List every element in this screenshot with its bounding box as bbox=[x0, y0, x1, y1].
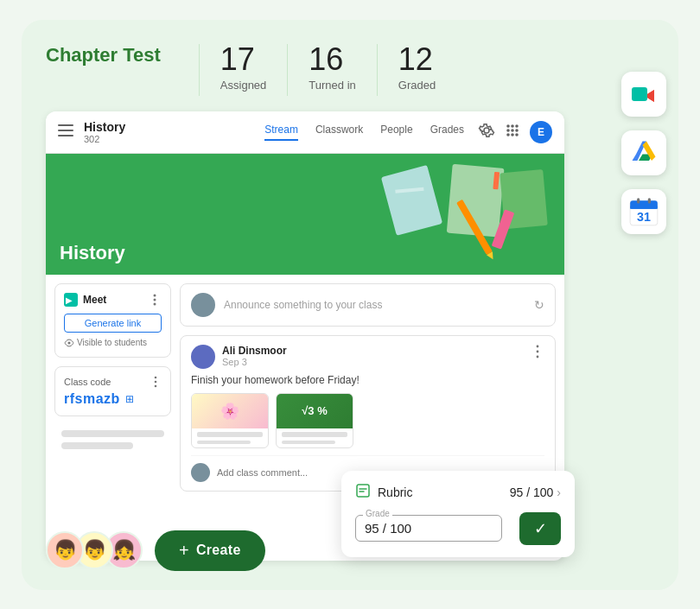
divider-3 bbox=[377, 44, 378, 96]
svg-point-19 bbox=[155, 380, 157, 383]
rubric-label: Rubric bbox=[378, 485, 412, 499]
bottom-row: 👦 👦 👧 + Create bbox=[46, 530, 265, 571]
tab-stream[interactable]: Stream bbox=[264, 124, 298, 141]
grid-icon[interactable] bbox=[504, 122, 521, 143]
class-code-value: rfsmazb bbox=[64, 391, 120, 407]
grade-field-label: Grade bbox=[363, 509, 392, 518]
svg-rect-29 bbox=[637, 198, 640, 203]
svg-rect-31 bbox=[357, 485, 369, 497]
refresh-icon[interactable]: ↻ bbox=[534, 298, 544, 312]
loading-bar-2 bbox=[61, 442, 133, 449]
attachment-bar-4 bbox=[282, 441, 335, 444]
turned-in-label: Turned in bbox=[309, 79, 355, 92]
svg-point-7 bbox=[511, 129, 514, 132]
chevron-right-icon[interactable]: › bbox=[557, 485, 561, 499]
expand-icon[interactable]: ⊞ bbox=[125, 393, 134, 405]
code-label: Class code bbox=[64, 377, 111, 387]
svg-rect-1 bbox=[58, 130, 73, 131]
code-more-icon[interactable] bbox=[150, 376, 162, 388]
post-card: Ali Dinsmoor Sep 3 Finish your homework … bbox=[180, 335, 556, 492]
google-drive-app-icon[interactable] bbox=[621, 130, 666, 175]
grade-field: Grade 95 / 100 bbox=[355, 515, 502, 542]
top-stats: Chapter Test 17 Assigned 16 Turned in 12… bbox=[46, 44, 661, 96]
svg-rect-27 bbox=[630, 206, 658, 208]
svg-text:31: 31 bbox=[637, 210, 651, 224]
assigned-label: Assigned bbox=[220, 79, 266, 92]
svg-point-17 bbox=[68, 341, 71, 344]
post-author: Ali Dinsmoor bbox=[222, 345, 531, 357]
meet-card: ▶ Meet Generate link bbox=[54, 283, 171, 358]
class-name-block: History 302 bbox=[84, 120, 264, 144]
book-1 bbox=[381, 164, 442, 235]
meet-header: ▶ Meet bbox=[64, 293, 162, 307]
hamburger-icon[interactable] bbox=[58, 124, 73, 140]
generate-link-button[interactable]: Generate link bbox=[64, 314, 162, 333]
svg-rect-30 bbox=[648, 198, 651, 203]
post-date: Sep 3 bbox=[222, 357, 531, 367]
attachment-1[interactable]: 🌸 bbox=[191, 393, 269, 448]
post-avatar bbox=[191, 345, 215, 369]
nav-tabs: Stream Classwork People Grades bbox=[264, 124, 464, 141]
rubric-icon bbox=[355, 483, 371, 502]
google-meet-app-icon[interactable] bbox=[621, 72, 666, 117]
announce-box[interactable]: Announce something to your class ↻ bbox=[180, 283, 556, 327]
meet-label: Meet bbox=[83, 294, 106, 306]
eye-icon bbox=[64, 338, 74, 348]
left-sidebar: ▶ Meet Generate link bbox=[54, 283, 171, 556]
post-header: Ali Dinsmoor Sep 3 bbox=[191, 345, 544, 369]
divider-2 bbox=[287, 44, 288, 96]
tab-people[interactable]: People bbox=[380, 124, 412, 141]
post-attachments: 🌸 √3 % bbox=[191, 393, 544, 448]
svg-rect-24 bbox=[632, 87, 647, 101]
svg-point-23 bbox=[537, 355, 539, 358]
post-more-icon[interactable] bbox=[531, 345, 544, 358]
loading-bars bbox=[54, 423, 171, 461]
svg-text:▶: ▶ bbox=[66, 295, 73, 305]
meet-more-icon[interactable] bbox=[148, 293, 162, 307]
user-avatar[interactable]: E bbox=[530, 121, 552, 143]
divider-1 bbox=[199, 44, 200, 96]
create-label: Create bbox=[196, 542, 241, 558]
stat-title: Chapter Test bbox=[46, 44, 178, 67]
attachment-thumb-flowers: 🌸 bbox=[192, 394, 268, 428]
class-name: History bbox=[84, 120, 264, 134]
google-calendar-app-icon[interactable]: 31 bbox=[621, 189, 666, 234]
assigned-count: 17 bbox=[220, 44, 255, 75]
announce-avatar bbox=[191, 293, 215, 317]
loading-bar-1 bbox=[61, 430, 164, 437]
gear-icon[interactable] bbox=[478, 122, 495, 143]
svg-point-21 bbox=[537, 345, 539, 347]
svg-point-16 bbox=[154, 302, 156, 305]
svg-point-10 bbox=[511, 133, 514, 136]
graded-count: 12 bbox=[398, 44, 433, 75]
svg-point-11 bbox=[515, 133, 519, 136]
class-code-card: Class code rfsmazb ⊞ bbox=[54, 366, 171, 416]
turned-in-count: 16 bbox=[309, 44, 343, 75]
tab-grades[interactable]: Grades bbox=[430, 124, 464, 141]
right-app-icons: 31 bbox=[621, 72, 666, 234]
svg-point-15 bbox=[154, 298, 156, 301]
check-button[interactable]: ✓ bbox=[519, 512, 561, 545]
svg-point-9 bbox=[506, 133, 510, 136]
create-button[interactable]: + Create bbox=[155, 530, 265, 571]
stat-assigned: 17 Assigned bbox=[220, 44, 266, 92]
student-avatar-1: 👦 bbox=[46, 531, 84, 569]
attachment-thumb-math: √3 % bbox=[277, 394, 353, 428]
svg-rect-2 bbox=[58, 135, 73, 136]
svg-point-6 bbox=[506, 129, 510, 132]
post-info: Ali Dinsmoor Sep 3 bbox=[222, 345, 531, 367]
outer-card: Chapter Test 17 Assigned 16 Turned in 12… bbox=[22, 20, 678, 590]
svg-point-22 bbox=[537, 350, 539, 352]
attachment-bar-2 bbox=[197, 441, 251, 444]
tab-classwork[interactable]: Classwork bbox=[315, 124, 363, 141]
math-label: √3 % bbox=[302, 404, 328, 417]
visible-to-students: Visible to students bbox=[77, 338, 147, 347]
announce-left: Announce something to your class bbox=[191, 293, 382, 317]
svg-point-14 bbox=[154, 294, 156, 296]
plus-icon: + bbox=[179, 541, 189, 561]
rubric-left: Rubric bbox=[355, 483, 412, 502]
svg-point-20 bbox=[155, 384, 157, 387]
banner-title: History bbox=[60, 242, 125, 264]
attachment-2[interactable]: √3 % bbox=[276, 393, 353, 448]
rubric-popup: Rubric 95 / 100 › Grade 95 / 100 ✓ bbox=[341, 471, 575, 557]
